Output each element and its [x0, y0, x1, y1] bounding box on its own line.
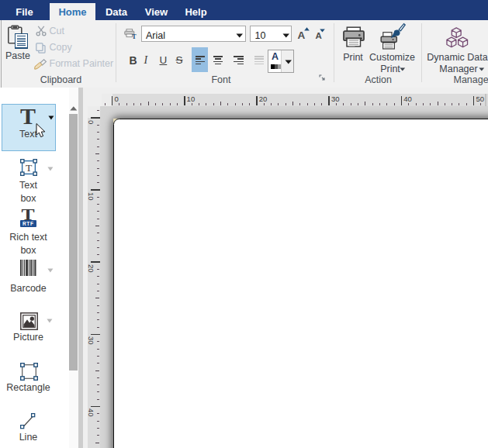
svg-text:T: T: [26, 161, 33, 173]
svg-text:T: T: [132, 33, 137, 40]
